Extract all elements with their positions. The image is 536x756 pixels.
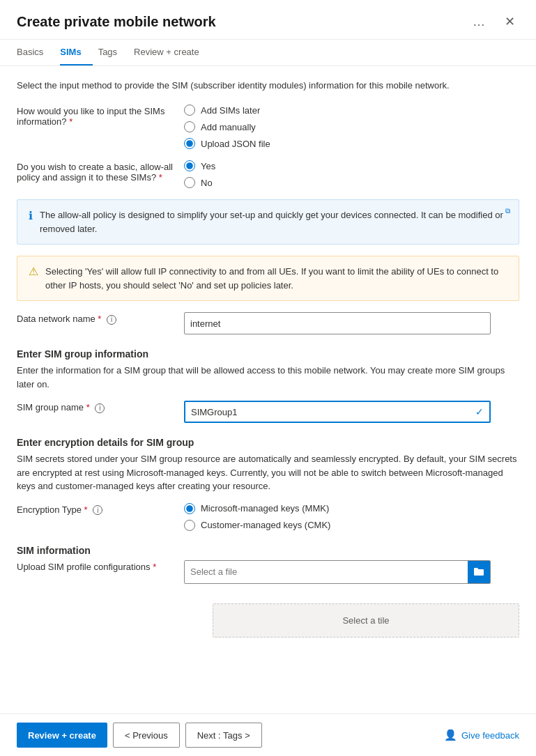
footer: Review + create < Previous Next : Tags >…: [0, 713, 536, 756]
feedback-person-icon: 👤: [444, 729, 457, 741]
previous-button[interactable]: < Previous: [113, 723, 180, 748]
warning-triangle-icon: ⚠: [29, 265, 38, 278]
external-link-icon: ⧉: [505, 207, 510, 215]
encryption-radio-group: Microsoft-managed keys (MMK) Customer-ma…: [184, 503, 330, 531]
sim-input-method-group: How would you like to input the SIMs inf…: [17, 105, 519, 149]
header-actions: … ✕: [468, 13, 519, 31]
sim-group-heading: Enter SIM group information: [17, 348, 519, 360]
encryption-desc: SIM secrets stored under your SIM group …: [17, 452, 519, 493]
ellipsis-button[interactable]: …: [468, 13, 489, 31]
data-network-label: Data network name * i: [17, 312, 184, 325]
info-circle-icon: ℹ: [29, 209, 33, 222]
radio-add-manually-input[interactable]: [184, 121, 195, 132]
policy-radio-group: Yes No: [184, 160, 215, 188]
sim-input-label: How would you like to input the SIMs inf…: [17, 105, 184, 127]
content-area: Select the input method to provide the S…: [0, 66, 536, 713]
give-feedback-button[interactable]: 👤 Give feedback: [444, 729, 519, 741]
radio-add-later-input[interactable]: [184, 105, 195, 116]
data-network-info-icon[interactable]: i: [107, 315, 116, 325]
tabs-container: Basics SIMs Tags Review + create: [0, 40, 536, 66]
dialog-header: Create private mobile network … ✕: [0, 0, 536, 40]
warning-box: ⚠ Selecting 'Yes' will allow full IP con…: [17, 256, 519, 301]
sim-group-name-label: SIM group name * i: [17, 401, 184, 413]
radio-mmk-input[interactable]: [184, 503, 195, 514]
policy-label: Do you wish to create a basic, allow-all…: [17, 160, 184, 183]
data-network-group: Data network name * i: [17, 312, 519, 334]
close-button[interactable]: ✕: [500, 13, 519, 31]
encryption-type-group: Encryption Type * i Microsoft-managed ke…: [17, 503, 519, 531]
info-box: ℹ The allow-all policy is designed to si…: [17, 199, 519, 245]
sim-group-name-input[interactable]: [184, 401, 491, 423]
tab-sims[interactable]: SIMs: [60, 40, 92, 65]
radio-no-input[interactable]: [184, 177, 195, 188]
sim-group-name-group: SIM group name * i ✓: [17, 401, 519, 423]
dialog-container: Create private mobile network … ✕ Basics…: [0, 0, 536, 756]
next-button[interactable]: Next : Tags >: [185, 723, 262, 748]
sim-input-required: *: [69, 116, 72, 127]
select-tile-notice: Select a tile: [213, 603, 519, 638]
sim-input-radio-group: Add SIMs later Add manually Upload JSON …: [184, 105, 270, 149]
tab-tags[interactable]: Tags: [98, 40, 128, 65]
checkmark-icon: ✓: [475, 406, 484, 417]
dialog-title: Create private mobile network: [17, 14, 216, 30]
file-browse-button[interactable]: [468, 561, 490, 583]
radio-yes-input[interactable]: [184, 160, 195, 171]
sim-info-heading: SIM information: [17, 545, 519, 556]
policy-group: Do you wish to create a basic, allow-all…: [17, 160, 519, 188]
folder-icon: [473, 566, 484, 578]
radio-upload-json[interactable]: Upload JSON file: [184, 138, 270, 149]
radio-mmk[interactable]: Microsoft-managed keys (MMK): [184, 503, 330, 514]
encryption-type-info-icon[interactable]: i: [93, 505, 102, 515]
policy-required: *: [159, 172, 162, 183]
radio-cmk-input[interactable]: [184, 520, 195, 531]
section-description: Select the input method to provide the S…: [17, 80, 519, 91]
warning-text: Selecting 'Yes' will allow full IP conne…: [45, 265, 507, 292]
info-box-text: The allow-all policy is designed to simp…: [40, 208, 507, 236]
encryption-type-label: Encryption Type * i: [17, 503, 184, 516]
radio-upload-json-input[interactable]: [184, 138, 195, 149]
file-input[interactable]: [185, 561, 468, 583]
data-network-input[interactable]: [184, 312, 491, 334]
sim-group-name-info-icon[interactable]: i: [95, 403, 105, 413]
radio-add-manually[interactable]: Add manually: [184, 121, 270, 132]
encryption-heading: Enter encryption details for SIM group: [17, 437, 519, 448]
upload-sim-group: Upload SIM profile configurations *: [17, 560, 519, 584]
upload-sim-label: Upload SIM profile configurations *: [17, 560, 184, 572]
radio-cmk[interactable]: Customer-managed keys (CMK): [184, 520, 330, 531]
tab-basics[interactable]: Basics: [17, 40, 54, 65]
radio-add-later[interactable]: Add SIMs later: [184, 105, 270, 116]
sim-group-name-dropdown-wrap: ✓: [184, 401, 491, 423]
tab-review-create[interactable]: Review + create: [134, 40, 210, 65]
sim-group-desc: Enter the information for a SIM group th…: [17, 364, 519, 391]
radio-no[interactable]: No: [184, 177, 215, 188]
radio-yes[interactable]: Yes: [184, 160, 215, 171]
review-create-button[interactable]: Review + create: [17, 723, 107, 748]
file-input-wrap: [184, 560, 491, 584]
